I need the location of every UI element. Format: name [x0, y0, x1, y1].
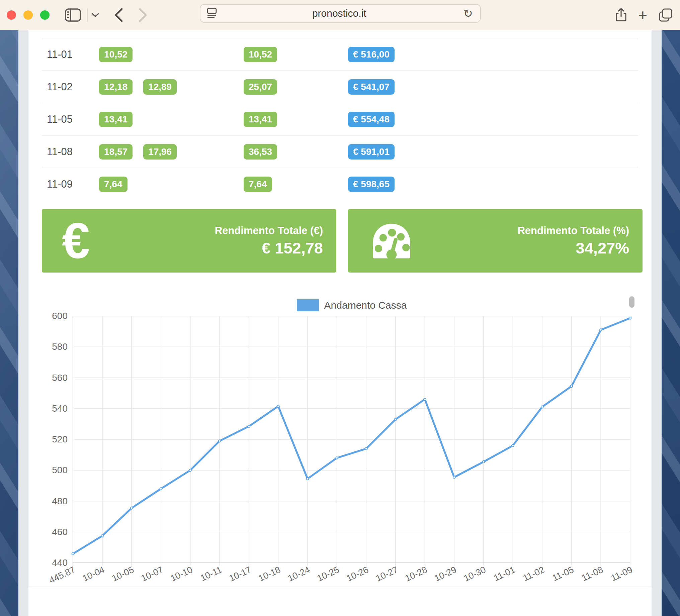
svg-text:10-07: 10-07 — [140, 564, 165, 583]
address-bar[interactable]: pronostico.it ↻ — [200, 4, 481, 23]
bet-badge: 18,57 — [99, 144, 133, 159]
window-controls — [7, 10, 50, 20]
svg-text:10-30: 10-30 — [462, 564, 487, 583]
total-return-eur-card: € Rendimento Totale (€) € 152,78 — [42, 209, 336, 272]
url-text: pronostico.it — [217, 8, 461, 19]
bet-badges: 12,1812,89 — [99, 71, 177, 102]
bet-badges: 13,41 — [99, 103, 133, 135]
results-table: 11-0110,5210,52€ 516,0011-0212,1812,8925… — [28, 38, 652, 200]
svg-text:520: 520 — [52, 434, 67, 444]
svg-text:11-09: 11-09 — [610, 564, 634, 583]
daily-sum-badge: 36,53 — [244, 144, 277, 159]
bet-badges: 10,52 — [99, 38, 133, 70]
tab-overview-button[interactable] — [659, 8, 673, 22]
card-title: Rendimento Totale (€) — [215, 225, 323, 237]
tabs-overview-icon — [659, 8, 673, 22]
cash-badge: € 591,01 — [348, 144, 395, 159]
legend-swatch — [297, 299, 319, 311]
reader-page-icon[interactable] — [206, 7, 217, 20]
cash-badge: € 516,00 — [348, 47, 395, 62]
svg-text:460: 460 — [52, 527, 67, 537]
reload-icon: ↻ — [463, 7, 473, 20]
sidebar-menu-button[interactable] — [91, 12, 100, 18]
bet-badge: 7,64 — [99, 177, 128, 192]
daily-sum-badge: 7,64 — [244, 177, 272, 192]
scrollbar-thumb[interactable] — [629, 296, 634, 308]
card-value: € 152,78 — [215, 239, 323, 257]
back-button[interactable] — [114, 8, 123, 22]
close-button[interactable] — [7, 10, 16, 20]
chart-legend: Andamento Cassa — [52, 298, 652, 313]
reload-button[interactable]: ↻ — [461, 6, 475, 21]
svg-text:11-08: 11-08 — [580, 564, 604, 583]
svg-text:600: 600 — [52, 313, 67, 321]
bet-badge: 13,41 — [99, 112, 133, 127]
table-row: 11-0818,5717,9636,53€ 591,01 — [42, 135, 638, 168]
dashboard-card: 11-0110,5210,52€ 516,0011-0212,1812,8925… — [28, 30, 652, 587]
card-value: 34,27% — [517, 239, 629, 257]
legend-label: Andamento Cassa — [324, 300, 407, 311]
table-row: 11-0212,1812,8925,07€ 541,07 — [42, 70, 638, 102]
svg-text:10-24: 10-24 — [286, 564, 311, 583]
back-icon — [114, 8, 123, 22]
share-button[interactable] — [616, 8, 627, 22]
date-label: 11-08 — [47, 136, 73, 168]
svg-text:500: 500 — [52, 465, 67, 475]
euro-icon: € — [62, 216, 90, 266]
table-row: 11-097,647,64€ 598,65 — [42, 168, 638, 200]
svg-text:480: 480 — [52, 496, 67, 506]
date-label: 11-01 — [47, 38, 73, 70]
forward-button[interactable] — [139, 8, 147, 22]
svg-text:10-05: 10-05 — [110, 564, 136, 583]
chevron-down-icon — [91, 12, 100, 18]
svg-text:11-01: 11-01 — [492, 564, 517, 583]
bet-badge: 12,18 — [99, 79, 133, 95]
svg-text:10-10: 10-10 — [169, 564, 194, 583]
svg-text:10-11: 10-11 — [199, 564, 223, 583]
svg-text:11-02: 11-02 — [521, 564, 546, 583]
date-label: 11-09 — [47, 168, 73, 200]
cash-badge: € 598,65 — [348, 177, 395, 192]
date-label: 11-02 — [47, 71, 73, 102]
browser-toolbar: pronostico.it ↻ + — [0, 0, 680, 30]
minimize-button[interactable] — [23, 10, 33, 20]
bet-badge: 10,52 — [99, 47, 133, 62]
bet-badges: 7,64 — [99, 168, 128, 200]
new-tab-button[interactable]: + — [638, 7, 647, 23]
share-icon — [616, 8, 627, 22]
svg-text:10-27: 10-27 — [374, 564, 399, 583]
table-row: 11-0110,5210,52€ 516,00 — [42, 38, 638, 70]
svg-text:10-29: 10-29 — [433, 564, 458, 583]
gauge-icon — [368, 220, 415, 262]
svg-text:10-17: 10-17 — [228, 564, 253, 583]
bet-badges: 18,5717,96 — [99, 136, 177, 168]
daily-sum-badge: 25,07 — [244, 79, 277, 95]
sidebar-icon — [65, 8, 81, 22]
bet-badge: 12,89 — [143, 79, 177, 95]
svg-text:440: 440 — [52, 557, 67, 568]
svg-text:540: 540 — [52, 403, 67, 414]
bet-badge: 17,96 — [143, 144, 177, 159]
next-section-card — [28, 587, 652, 616]
daily-sum-badge: 10,52 — [244, 47, 277, 62]
total-return-pct-card: Rendimento Totale (%) 34,27% — [348, 209, 643, 272]
forward-icon — [139, 8, 147, 22]
svg-text:10-04: 10-04 — [81, 564, 106, 583]
svg-text:10-18: 10-18 — [257, 564, 282, 583]
table-row: 11-0513,4113,41€ 554,48 — [42, 102, 638, 135]
svg-text:580: 580 — [52, 342, 67, 352]
cash-badge: € 541,07 — [348, 79, 395, 95]
toolbar-divider — [87, 8, 88, 22]
daily-sum-badge: 13,41 — [244, 112, 277, 127]
cash-trend-line-chart[interactable]: 445.8710-0410-0510-0710-1010-1110-1710-1… — [28, 313, 652, 587]
cash-badge: € 554,48 — [348, 112, 395, 127]
svg-text:10-26: 10-26 — [345, 564, 370, 583]
new-tab-icon: + — [638, 7, 647, 23]
svg-text:10-25: 10-25 — [316, 564, 341, 583]
date-label: 11-05 — [47, 103, 73, 135]
zoom-button[interactable] — [40, 10, 50, 20]
svg-text:560: 560 — [52, 373, 67, 383]
svg-text:11-05: 11-05 — [551, 564, 575, 583]
card-title: Rendimento Totale (%) — [517, 225, 629, 237]
sidebar-toggle-button[interactable] — [65, 8, 81, 22]
